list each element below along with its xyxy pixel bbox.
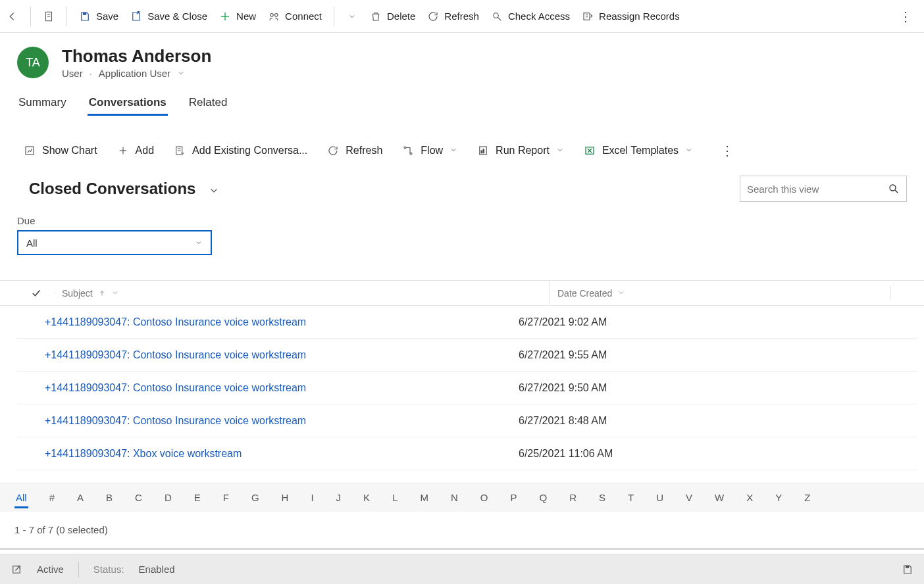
record-header: TA Thomas Anderson User · Application Us… (0, 33, 924, 85)
alpha-u[interactable]: U (656, 492, 663, 503)
new-label: New (236, 11, 256, 22)
add-button[interactable]: Add (117, 145, 154, 157)
back-button[interactable] (7, 11, 18, 22)
save-icon (79, 11, 91, 22)
grid-overflow-menu[interactable]: ⋮ (715, 143, 739, 158)
add-label: Add (136, 145, 154, 157)
alpha-v[interactable]: V (686, 492, 692, 503)
due-select[interactable]: All (17, 230, 212, 255)
separator-dot: · (90, 68, 92, 79)
search-icon (888, 183, 900, 195)
delete-label: Delete (387, 11, 415, 22)
run-report-button[interactable]: Run Report (477, 145, 564, 157)
alpha-q[interactable]: Q (540, 492, 548, 503)
row-subject-link[interactable]: +1441189093047: Contoso Insurance voice … (17, 382, 511, 394)
alpha-f[interactable]: F (223, 492, 229, 503)
column-subject[interactable]: Subject (55, 287, 549, 299)
alpha-#[interactable]: # (49, 492, 55, 503)
alpha-y[interactable]: Y (775, 492, 782, 503)
new-button[interactable]: New (219, 11, 256, 22)
table-row[interactable]: +1441189093047: Contoso Insurance voice … (17, 306, 917, 339)
record-tabs: Summary Conversations Related (0, 85, 924, 116)
alpha-m[interactable]: M (420, 492, 428, 503)
save-button[interactable]: Save (79, 11, 118, 22)
row-date: 6/27/2021 9:02 AM (511, 316, 853, 328)
flow-label: Flow (421, 145, 443, 157)
alpha-o[interactable]: O (480, 492, 488, 503)
table-row[interactable]: +1441189093047: Contoso Insurance voice … (17, 372, 917, 404)
add-existing-button[interactable]: Add Existing Conversa... (174, 145, 307, 157)
alpha-r[interactable]: R (569, 492, 577, 503)
tab-summary[interactable]: Summary (17, 92, 68, 116)
document-button[interactable] (43, 11, 55, 22)
svg-point-8 (494, 12, 499, 18)
alpha-a[interactable]: A (77, 492, 84, 503)
row-subject-link[interactable]: +1441189093047: Xbox voice workstream (17, 448, 511, 460)
alpha-e[interactable]: E (194, 492, 201, 503)
alpha-i[interactable]: I (311, 492, 313, 503)
divider (334, 7, 334, 26)
command-bar: Save Save & Close New Connect Delete (0, 0, 924, 33)
row-subject-link[interactable]: +1441189093047: Contoso Insurance voice … (17, 349, 511, 361)
alpha-c[interactable]: C (135, 492, 142, 503)
check-access-button[interactable]: Check Access (491, 11, 570, 22)
show-chart-button[interactable]: Show Chart (24, 145, 97, 157)
refresh-button[interactable]: Refresh (427, 11, 479, 22)
svg-point-20 (890, 185, 896, 191)
chevron-down-icon (195, 237, 203, 249)
status-active: Active (37, 564, 64, 575)
app-role-dropdown[interactable] (177, 68, 185, 79)
table-row[interactable]: +1441189093047: Xbox voice workstream6/2… (17, 437, 917, 470)
svg-point-7 (275, 13, 278, 16)
select-all[interactable] (17, 287, 55, 299)
alpha-b[interactable]: B (106, 492, 113, 503)
row-subject-link[interactable]: +1441189093047: Contoso Insurance voice … (17, 316, 511, 328)
pager-text: 1 - 7 of 7 (0 selected) (14, 524, 108, 535)
refresh-icon (427, 11, 439, 22)
due-filter-wrap: Due All (0, 207, 924, 255)
save-close-icon (130, 11, 142, 22)
column-subject-label: Subject (62, 288, 93, 299)
alpha-t[interactable]: T (628, 492, 634, 503)
connect-button[interactable]: Connect (268, 11, 322, 22)
grid-refresh-label: Refresh (346, 145, 382, 157)
alpha-l[interactable]: L (392, 492, 398, 503)
save-close-button[interactable]: Save & Close (130, 11, 207, 22)
alpha-all[interactable]: All (16, 492, 27, 503)
column-date[interactable]: Date Created (549, 281, 891, 305)
column-subject-menu[interactable] (111, 288, 119, 299)
overflow-menu[interactable]: ⋮ (894, 9, 917, 24)
column-date-menu[interactable] (617, 288, 625, 299)
tab-related[interactable]: Related (188, 92, 229, 116)
alpha-z[interactable]: Z (804, 492, 810, 503)
reassign-button[interactable]: Reassign Records (582, 11, 680, 22)
connect-split-button[interactable] (346, 11, 358, 22)
search-input[interactable] (747, 183, 888, 195)
alpha-x[interactable]: X (746, 492, 753, 503)
table-row[interactable]: +1441189093047: Contoso Insurance voice … (17, 339, 917, 372)
status-label: Status: (93, 564, 124, 575)
view-selector[interactable] (209, 176, 220, 201)
save-icon[interactable] (902, 564, 913, 575)
alpha-j[interactable]: J (336, 492, 342, 503)
alpha-d[interactable]: D (165, 492, 172, 503)
table-row[interactable]: +1441189093047: Contoso Insurance voice … (17, 404, 917, 437)
search-view[interactable] (740, 176, 907, 202)
alpha-g[interactable]: G (251, 492, 259, 503)
flow-button[interactable]: Flow (402, 145, 457, 157)
alpha-h[interactable]: H (282, 492, 289, 503)
excel-templates-button[interactable]: Excel Templates (584, 145, 693, 157)
popout-icon[interactable] (11, 564, 22, 575)
due-label: Due (17, 215, 36, 226)
alpha-k[interactable]: K (363, 492, 370, 503)
alpha-p[interactable]: P (510, 492, 517, 503)
grid-command-bar: Show Chart Add Add Existing Conversa... … (0, 116, 924, 170)
grid-refresh-button[interactable]: Refresh (327, 145, 382, 157)
delete-button[interactable]: Delete (370, 11, 415, 22)
alpha-s[interactable]: S (599, 492, 605, 503)
alpha-w[interactable]: W (715, 492, 724, 503)
alpha-n[interactable]: N (451, 492, 458, 503)
connect-icon (268, 11, 280, 22)
tab-conversations[interactable]: Conversations (88, 92, 168, 116)
row-subject-link[interactable]: +1441189093047: Contoso Insurance voice … (17, 415, 511, 427)
